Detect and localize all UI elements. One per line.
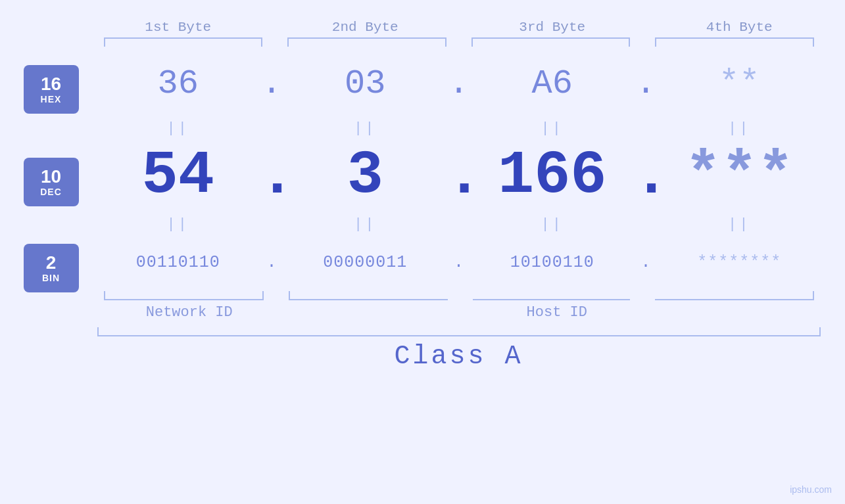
hex-badge-slot: 16 HEX bbox=[15, 57, 87, 122]
bin-val-3: 10100110 bbox=[471, 253, 634, 272]
hex-row: 36 . 03 . A6 . bbox=[87, 51, 831, 116]
bin-badge-label: BIN bbox=[42, 273, 60, 283]
top-bracket-1 bbox=[104, 37, 263, 47]
dec-val-2: 3 bbox=[284, 146, 447, 206]
bottom-bracket-host-mid bbox=[473, 291, 631, 300]
byte-header-3: 3rd Byte bbox=[471, 20, 634, 35]
eq1-3: || bbox=[471, 120, 634, 137]
hex-val-2: 03 bbox=[284, 64, 447, 103]
eq2-1: || bbox=[97, 216, 260, 233]
bin-badge: 2 BIN bbox=[24, 244, 79, 292]
bin-val-1: 00110110 bbox=[97, 253, 260, 272]
watermark: ipshu.com bbox=[790, 484, 832, 495]
eq1-4: || bbox=[658, 120, 821, 137]
dec-badge-num: 10 bbox=[41, 167, 61, 187]
byte-header-2: 2nd Byte bbox=[284, 20, 447, 35]
top-bracket-4 bbox=[655, 37, 814, 47]
hex-badge-label: HEX bbox=[41, 94, 62, 104]
class-bracket bbox=[97, 327, 821, 336]
dec-dot-1: . bbox=[259, 142, 284, 211]
hex-badge: 16 HEX bbox=[24, 65, 79, 114]
byte-header-4: 4th Byte bbox=[658, 20, 821, 35]
main-container: 16 HEX 10 DEC 2 bbox=[0, 0, 845, 504]
class-label: Class A bbox=[97, 342, 821, 371]
top-bracket-3 bbox=[471, 37, 631, 47]
byte-header-1: 1st Byte bbox=[97, 20, 260, 35]
eq2-3: || bbox=[471, 216, 634, 233]
bottom-bracket-host-right bbox=[655, 291, 814, 300]
bottom-bracket-host-left bbox=[289, 291, 448, 300]
equals-row-1: || || || || bbox=[87, 116, 831, 140]
eq1-1: || bbox=[97, 120, 260, 137]
top-bracket-2 bbox=[287, 37, 447, 47]
hex-val-1: 36 bbox=[97, 64, 260, 103]
dec-dot-2: . bbox=[447, 142, 471, 211]
class-section: Class A bbox=[87, 327, 831, 371]
eq2-2: || bbox=[284, 216, 447, 233]
bin-dot-1: . bbox=[259, 253, 284, 272]
eq2-4: || bbox=[658, 216, 821, 233]
dec-val-1: 54 bbox=[97, 146, 260, 206]
bin-dot-2: . bbox=[447, 253, 471, 272]
hex-dot-2: . bbox=[447, 64, 471, 103]
bottom-bracket-network bbox=[104, 291, 264, 300]
hex-dot-1: . bbox=[259, 64, 284, 103]
equals-row-2: || || || || bbox=[87, 212, 831, 236]
dec-badge-label: DEC bbox=[40, 187, 62, 197]
hex-val-3: A6 bbox=[471, 64, 634, 103]
eq1-2: || bbox=[284, 120, 447, 137]
dec-dot-3: . bbox=[633, 142, 658, 211]
network-id-label: Network ID bbox=[104, 304, 276, 321]
dec-row: 54 . 3 . 166 . bbox=[87, 140, 831, 212]
bin-dot-3: . bbox=[633, 253, 658, 272]
hex-val-4: ** bbox=[658, 64, 821, 103]
hex-dot-3: . bbox=[633, 64, 658, 103]
bin-row: 00110110 . 00000011 . 10100110 bbox=[87, 236, 831, 288]
bin-val-4: ******** bbox=[658, 253, 821, 272]
dec-val-4: *** bbox=[658, 146, 821, 206]
dec-badge-slot: 10 DEC bbox=[15, 146, 87, 218]
bin-badge-num: 2 bbox=[46, 253, 57, 273]
bin-badge-slot: 2 BIN bbox=[15, 242, 87, 294]
dec-val-3: 166 bbox=[471, 146, 634, 206]
host-id-label: Host ID bbox=[300, 304, 814, 321]
dec-badge: 10 DEC bbox=[24, 158, 79, 206]
bin-val-2: 00000011 bbox=[284, 253, 447, 272]
hex-badge-num: 16 bbox=[41, 74, 61, 95]
